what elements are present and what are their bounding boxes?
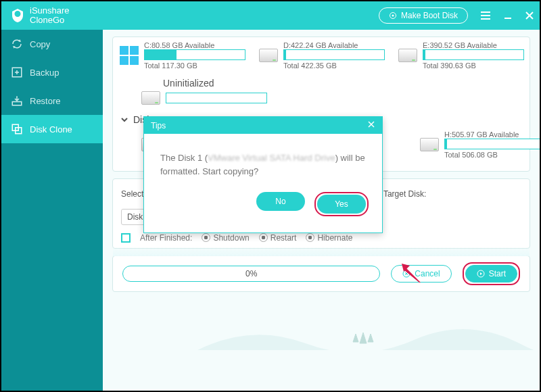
- drive-label: E:390.52 GB Available: [423, 41, 525, 49]
- sidebar-item-label: Backup: [30, 68, 59, 78]
- sidebar-item-backup[interactable]: Backup: [1, 58, 103, 87]
- svg-point-1: [392, 15, 394, 17]
- close-icon: [367, 120, 375, 128]
- tips-dialog: Tips The Disk 1 (VMware Virtual SATA Har…: [143, 116, 383, 233]
- drive-c[interactable]: C:80.58 GB Available Total 117.30 GB: [120, 41, 247, 70]
- yes-button[interactable]: Yes: [317, 195, 366, 214]
- sidebar-item-label: Restore: [30, 96, 61, 106]
- svg-rect-3: [12, 102, 22, 105]
- dialog-body: The Disk 1 (VMware Virtual SATA Hard Dri…: [144, 134, 382, 189]
- menu-icon[interactable]: [480, 11, 491, 20]
- dialog-title: Tips: [151, 121, 166, 130]
- usage-bar: [166, 93, 267, 103]
- progress-bar: 0%: [122, 266, 380, 282]
- cancel-button[interactable]: Cancel: [391, 265, 451, 283]
- close-button[interactable]: [525, 11, 534, 20]
- after-finished-label: After Finished:: [140, 233, 192, 243]
- app-name-line1: iSunshare: [30, 6, 70, 16]
- disc-icon: [389, 11, 397, 20]
- hdd-icon: [141, 91, 160, 105]
- usage-bar: [444, 139, 540, 149]
- footer-bar: 0% Cancel Start: [112, 255, 530, 292]
- radio-shutdown[interactable]: Shutdown: [202, 233, 249, 243]
- refresh-icon: [11, 38, 23, 50]
- uninitialized-label: Uninitialized: [120, 78, 523, 89]
- make-boot-disk-label: Make Boot Disk: [401, 11, 458, 20]
- logo-icon: [9, 7, 26, 24]
- hdd-icon: [259, 49, 278, 62]
- usage-bar: [423, 49, 524, 60]
- start-highlight: Start: [463, 262, 520, 285]
- hdd-icon: [398, 49, 417, 62]
- titlebar: iSunshare CloneGo Make Boot Disk: [1, 1, 540, 30]
- restore-icon: [11, 95, 23, 107]
- dialog-header: Tips: [144, 117, 382, 134]
- app-name-line2: CloneGo: [30, 16, 70, 25]
- cancel-label: Cancel: [415, 269, 440, 278]
- usage-bar: [283, 49, 385, 60]
- drive-total: Total 117.30 GB: [144, 62, 247, 70]
- drive-label: D:422.24 GB Available: [283, 41, 386, 49]
- start-button[interactable]: Start: [465, 265, 517, 283]
- yes-highlight: Yes: [314, 192, 369, 216]
- app-logo: iSunshare CloneGo: [9, 6, 70, 25]
- radio-hibernate[interactable]: Hibernate: [306, 233, 352, 243]
- drive-total: Total 422.35 GB: [283, 62, 386, 70]
- hdd-icon: [420, 138, 439, 151]
- sidebar-item-label: Disk Clone: [30, 124, 72, 134]
- radio-restart[interactable]: Restart: [259, 233, 297, 243]
- sidebar-item-restore[interactable]: Restore: [1, 87, 103, 115]
- sidebar-item-label: Copy: [30, 39, 50, 49]
- drive-label: H:505.97 GB Available: [444, 130, 540, 139]
- minimize-button[interactable]: [503, 11, 513, 20]
- after-finished-checkbox[interactable]: [121, 233, 131, 243]
- windows-icon: [120, 46, 139, 65]
- drive-d[interactable]: D:422.24 GB Available Total 422.35 GB: [259, 41, 386, 70]
- cancel-icon: [402, 270, 410, 278]
- decorative-hills: [197, 316, 540, 350]
- sidebar-item-disk-clone[interactable]: Disk Clone: [1, 115, 103, 143]
- clone-icon: [11, 123, 23, 135]
- drive-total: Total 390.63 GB: [423, 62, 525, 70]
- drive-e[interactable]: E:390.52 GB Available Total 390.63 GB: [398, 41, 525, 70]
- drive-uninitialized[interactable]: [141, 91, 268, 105]
- usage-bar: [144, 49, 245, 60]
- plus-box-icon: [11, 66, 23, 78]
- make-boot-disk-button[interactable]: Make Boot Disk: [379, 7, 468, 24]
- chevron-down-icon: [120, 115, 129, 124]
- drive-h[interactable]: H:505.97 GB Available Total 506.08 GB: [420, 130, 540, 159]
- drive-label: C:80.58 GB Available: [144, 41, 247, 49]
- start-label: Start: [489, 269, 506, 278]
- drive-total: Total 506.08 GB: [444, 151, 540, 159]
- sidebar: Copy Backup Restore Disk Clone: [1, 30, 103, 391]
- play-icon: [477, 270, 485, 278]
- no-button[interactable]: No: [256, 192, 305, 211]
- sidebar-item-copy[interactable]: Copy: [1, 30, 103, 58]
- dialog-close-button[interactable]: [367, 120, 375, 130]
